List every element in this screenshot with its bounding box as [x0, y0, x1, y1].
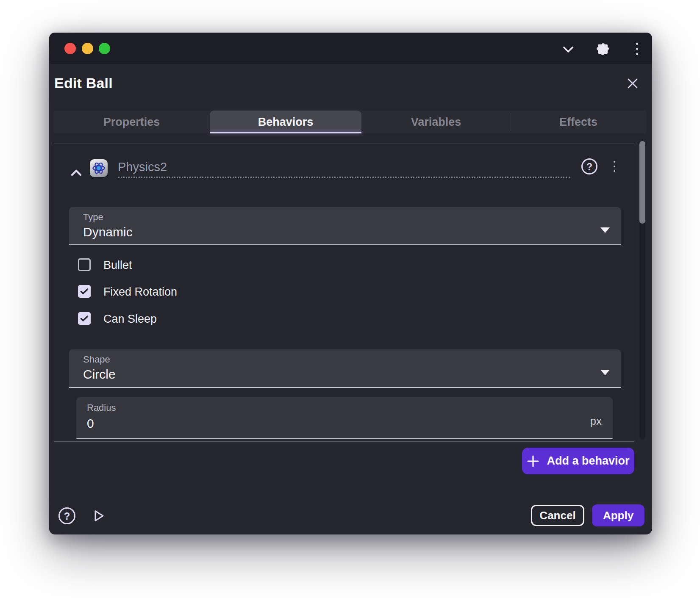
shape-value: Circle [83, 367, 116, 382]
tab-label: Behaviors [258, 116, 314, 128]
play-preview-icon[interactable] [92, 509, 106, 523]
add-behavior-button[interactable]: Add a behavior [522, 448, 634, 474]
behavior-help-icon[interactable]: ? [581, 158, 597, 174]
close-traffic-light[interactable] [64, 43, 76, 54]
caret-down-icon [600, 370, 610, 375]
shape-label: Shape [83, 354, 110, 365]
radius-unit: px [590, 415, 602, 428]
apply-button[interactable]: Apply [592, 504, 644, 526]
atom-icon [90, 159, 108, 177]
kebab-menu-icon[interactable] [635, 43, 639, 55]
collapse-chevron-up-icon[interactable] [70, 169, 82, 177]
behavior-name-field[interactable]: Physics2 [118, 160, 570, 178]
dialog-help-icon[interactable]: ? [58, 507, 75, 524]
tab-bar: Properties Behaviors Variables Effects [53, 111, 646, 133]
type-label: Type [83, 212, 103, 223]
close-icon[interactable] [627, 78, 639, 89]
question-glyph: ? [64, 510, 70, 522]
behavior-kebab-menu-icon[interactable] [613, 161, 616, 173]
bullet-checkbox[interactable] [78, 258, 91, 271]
can-sleep-checkbox[interactable] [78, 312, 91, 325]
tab-behaviors[interactable]: Behaviors [210, 111, 361, 133]
minimize-traffic-light[interactable] [82, 43, 93, 54]
tab-divider [511, 113, 511, 131]
bullet-label: Bullet [103, 259, 132, 272]
caret-down-icon [600, 227, 610, 233]
tab-effects[interactable]: Effects [511, 111, 646, 133]
maximize-traffic-light[interactable] [99, 43, 110, 54]
plus-icon [527, 455, 539, 468]
behaviors-panel: Physics2 ? Type Dynamic Bullet Fixed Rot… [54, 144, 634, 442]
cancel-button[interactable]: Cancel [531, 505, 584, 526]
question-glyph: ? [586, 161, 592, 172]
page-title: Edit Ball [54, 75, 113, 91]
fixed-rotation-checkbox[interactable] [78, 285, 91, 298]
puzzle-extension-icon[interactable] [594, 42, 609, 56]
tab-properties[interactable]: Properties [53, 111, 210, 133]
type-select[interactable]: Type Dynamic [69, 207, 621, 245]
scrollbar-thumb[interactable] [639, 141, 645, 224]
radius-input[interactable]: Radius 0 px [76, 397, 613, 439]
edit-ball-dialog-window: Edit Ball Properties Behaviors Variables… [49, 33, 652, 534]
active-tab-underline [210, 132, 361, 133]
tab-variables[interactable]: Variables [361, 111, 511, 133]
can-sleep-label: Can Sleep [103, 313, 157, 326]
fixed-rotation-label: Fixed Rotation [103, 285, 177, 299]
tab-label: Variables [411, 116, 461, 128]
tab-label: Effects [559, 116, 597, 128]
shape-select[interactable]: Shape Circle [69, 349, 621, 388]
radius-value: 0 [87, 416, 94, 431]
type-value: Dynamic [83, 225, 133, 239]
chevron-down-icon[interactable] [563, 45, 574, 54]
add-behavior-label: Add a behavior [547, 454, 629, 468]
tab-label: Properties [103, 116, 160, 128]
radius-label: Radius [87, 402, 116, 413]
window-titlebar [49, 33, 652, 64]
